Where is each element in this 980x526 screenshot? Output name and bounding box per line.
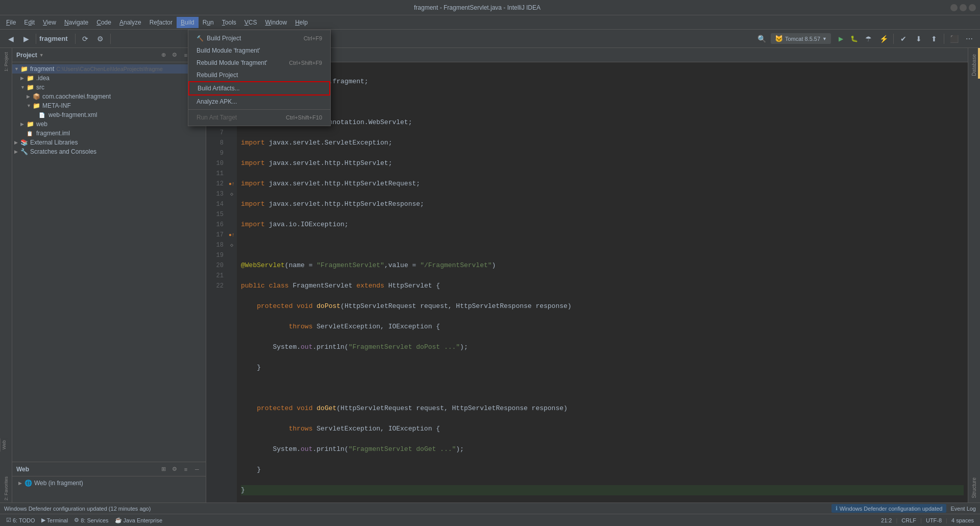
menu-navigate[interactable]: Navigate — [60, 17, 92, 28]
menu-run[interactable]: Run — [199, 17, 218, 28]
services-label: 8: Services — [81, 517, 108, 523]
web-gear-button[interactable]: ≡ — [181, 465, 190, 474]
sidebar-label-web[interactable]: Web — [0, 438, 8, 451]
web-align-button[interactable]: ⊞ — [159, 465, 168, 474]
tree-item-scratches[interactable]: ▶ 🔧 Scratches and Consoles — [12, 147, 206, 156]
menu-item-build-module[interactable]: Build Module 'fragment' — [188, 44, 330, 57]
sidebar-label-favorites[interactable]: 2: Favorites — [3, 474, 10, 503]
project-gear-button[interactable]: ⚙ — [170, 51, 179, 60]
tree-label-idea: .idea — [36, 75, 50, 82]
bottom-item-position[interactable]: 21:2 — [879, 516, 894, 524]
tree-arrow-metainf: ▼ — [27, 103, 33, 108]
tree-item-iml[interactable]: 📋 fragment.iml — [12, 129, 206, 138]
menu-refactor[interactable]: Refactor — [145, 17, 177, 28]
tree-arrow-package: ▶ — [27, 94, 33, 99]
code-line-18: throws ServletException, IOException { — [241, 424, 964, 434]
web-settings-button[interactable]: ⚙ — [170, 465, 179, 474]
menu-item-rebuild-module-label: Rebuild Module 'fragment' — [197, 59, 267, 66]
close-button[interactable]: ✕ — [969, 4, 976, 11]
code-content[interactable]: package com.caochenlei.fragment; import … — [237, 62, 968, 503]
coverage-button[interactable]: ☂ — [862, 32, 875, 45]
menu-vcs[interactable]: VCS — [240, 17, 261, 28]
update-button[interactable]: ⬇ — [912, 32, 925, 45]
bottom-item-encoding[interactable]: UTF-8 — [924, 516, 944, 524]
menu-help[interactable]: Help — [291, 17, 312, 28]
services-icon: ⚙ — [74, 517, 79, 523]
project-scope-button[interactable]: ⊕ — [159, 51, 168, 60]
tree-label-metainf: META-INF — [42, 102, 71, 109]
code-line-4: import javax.servlet.ServletException; — [241, 138, 964, 148]
code-line-15: } — [241, 363, 964, 373]
menu-item-rebuild-module[interactable]: Rebuild Module 'fragment' Ctrl+Shift+F9 — [188, 57, 330, 69]
tomcat-label: Tomcat 8.5.57 — [785, 36, 820, 42]
menu-item-analyze-apk-left: Analyze APK... — [197, 98, 237, 105]
menu-item-build-project[interactable]: 🔨 Build Project Ctrl+F9 — [188, 32, 330, 44]
tree-item-package[interactable]: ▶ 📦 com.caochenlei.fragment — [12, 92, 206, 101]
more-button[interactable]: ⋯ — [963, 32, 976, 45]
tree-item-metainf[interactable]: ▼ 📁 META-INF — [12, 101, 206, 110]
project-panel-dropdown[interactable]: ▼ — [39, 53, 44, 58]
menu-tools[interactable]: Tools — [218, 17, 240, 28]
folder-icon-web: 📁 — [27, 121, 35, 128]
folder-icon-fragment: 📁 — [20, 65, 29, 73]
tree-item-web-infragment[interactable]: ▶ 🌐 Web (in fragment) — [16, 479, 202, 488]
menu-item-analyze-apk[interactable]: Analyze APK... — [188, 95, 330, 108]
menu-edit[interactable]: Edit — [20, 17, 39, 28]
commit-button[interactable]: ✔ — [897, 32, 910, 45]
menu-view[interactable]: View — [39, 17, 60, 28]
status-sep-2: | — [920, 517, 922, 523]
todo-icon: ☑ — [6, 517, 11, 523]
event-log-link[interactable]: Event Log — [950, 506, 976, 512]
debug-button[interactable]: 🐛 — [848, 33, 860, 44]
tree-label-scratches: Scratches and Consoles — [30, 148, 96, 155]
terminal-button[interactable]: ⬛ — [947, 32, 961, 45]
event-log-label: Event Log — [950, 506, 976, 512]
menu-item-build-artifacts[interactable]: Build Artifacts... — [188, 81, 330, 95]
folder-icon-metainf: 📁 — [33, 102, 41, 109]
tree-item-fragment[interactable]: ▼ 📁 fragment C:\Users\CaoChenLei\IdeaPro… — [12, 64, 206, 74]
back-button[interactable]: ◀ — [4, 32, 17, 45]
sidebar-label-database[interactable]: Database — [971, 50, 977, 80]
web-minimize-button[interactable]: ─ — [192, 465, 202, 474]
bottom-item-crlf[interactable]: CRLF — [899, 516, 918, 524]
bottom-item-java-enterprise[interactable]: ☕ Java Enterprise — [113, 516, 164, 524]
bottom-item-terminal[interactable]: ▶ Terminal — [39, 516, 70, 524]
menu-analyze[interactable]: Analyze — [115, 17, 145, 28]
tree-label-web-infragment: Web (in fragment) — [34, 480, 83, 487]
menu-file[interactable]: File — [2, 17, 20, 28]
search-everywhere-button[interactable]: 🔍 — [755, 32, 769, 45]
bottom-item-services[interactable]: ⚙ 8: Services — [72, 516, 110, 524]
settings-button[interactable]: ⚙ — [94, 32, 107, 45]
menu-item-build-module-label: Build Module 'fragment' — [197, 47, 260, 54]
left-sidebar-icons: 1: Project 2: Favorites — [0, 48, 12, 503]
code-editor[interactable]: 4 5 6 7 8 9 10 11 12 13 14 15 16 17 18 1… — [206, 62, 968, 503]
status-notification[interactable]: ℹ Windows Defender configuration updated — [831, 504, 947, 513]
run-button[interactable]: ▶ — [835, 33, 846, 44]
menu-item-rebuild-project[interactable]: Rebuild Project — [188, 69, 330, 81]
bottom-item-todo[interactable]: ☑ 6: TODO — [4, 516, 37, 524]
tree-item-extlibs[interactable]: ▶ 📚 External Libraries — [12, 138, 206, 147]
bottom-item-indent[interactable]: 4 spaces — [949, 516, 976, 524]
maximize-button[interactable]: □ — [960, 4, 967, 11]
menu-item-build-artifacts-left: Build Artifacts... — [198, 85, 240, 92]
tree-item-webfragment[interactable]: 📄 web-fragment.xml — [12, 110, 206, 119]
sync-button[interactable]: ⟳ — [79, 32, 92, 45]
sidebar-label-project[interactable]: 1: Project — [3, 50, 10, 74]
menu-build[interactable]: Build — [177, 17, 199, 28]
push-button[interactable]: ⬆ — [927, 32, 941, 45]
crlf-label: CRLF — [901, 517, 916, 523]
sidebar-label-structure[interactable]: Structure — [971, 473, 977, 503]
profile-button[interactable]: ⚡ — [877, 32, 890, 45]
web-panel: Web ⊞ ⚙ ≡ ─ ▶ 🌐 Web (in fragment) — [12, 462, 206, 503]
menu-code[interactable]: Code — [92, 17, 115, 28]
forward-button[interactable]: ▶ — [19, 32, 33, 45]
menu-item-run-ant-label: Run Ant Target — [197, 114, 237, 121]
menu-window[interactable]: Window — [261, 17, 291, 28]
tomcat-selector[interactable]: 🐱 Tomcat 8.5.57 ▼ — [771, 33, 831, 44]
tree-item-idea[interactable]: ▶ 📁 .idea — [12, 74, 206, 83]
build-icon: 🔨 — [197, 35, 204, 42]
tree-item-src[interactable]: ▼ 📁 src — [12, 83, 206, 92]
indent-label: 4 spaces — [951, 517, 974, 523]
tree-item-web[interactable]: ▶ 📁 web — [12, 119, 206, 129]
minimize-button[interactable]: ─ — [950, 4, 958, 11]
